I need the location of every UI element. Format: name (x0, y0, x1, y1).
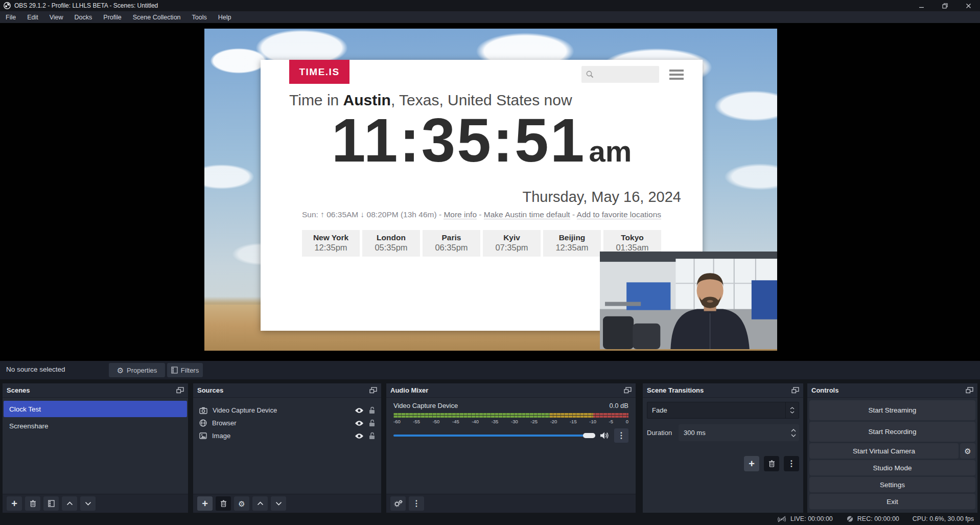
chevron-down-icon (790, 411, 795, 414)
plus-icon: + (749, 459, 755, 469)
popout-icon[interactable] (176, 387, 184, 394)
scene-transitions-panel-title: Scene Transitions (647, 386, 704, 394)
volume-slider-handle[interactable] (583, 433, 595, 438)
eye-visible-icon[interactable] (355, 433, 364, 439)
move-scene-down-button[interactable] (80, 496, 96, 511)
unlock-icon[interactable] (369, 432, 375, 440)
search-input[interactable] (597, 68, 654, 81)
more-info-link[interactable]: More info (444, 210, 477, 219)
filters-icon (171, 367, 178, 374)
camera-icon (199, 407, 207, 414)
spin-down-icon[interactable] (791, 434, 796, 437)
meter-tick-labels: -60 -55 -50 -45 -40 -35 -30 -25 -20 -15 … (393, 419, 628, 424)
mixer-channel-menu-button[interactable]: ⋮ (614, 428, 628, 443)
speaker-icon[interactable] (600, 431, 610, 440)
status-bar: LIVE: 00:00:00 REC: 00:00:00 CPU: 0.6%, … (0, 513, 980, 525)
popout-icon[interactable] (966, 387, 973, 394)
world-clock-paris[interactable]: Paris 06:35pm (423, 230, 480, 257)
timeis-search-box[interactable] (581, 66, 659, 83)
transition-select[interactable]: Fade (647, 402, 799, 419)
menu-edit[interactable]: Edit (21, 11, 44, 23)
unlock-icon[interactable] (369, 419, 375, 427)
duration-label: Duration (647, 429, 673, 437)
image-icon (199, 432, 207, 439)
menu-tools[interactable]: Tools (186, 11, 213, 23)
virtual-camera-settings-button[interactable]: ⚙ (960, 443, 975, 459)
cpu-fps-stats: CPU: 0.6%, 30.00 fps (913, 515, 974, 522)
menu-profile[interactable]: Profile (98, 11, 127, 23)
sources-panel-title: Sources (197, 386, 223, 394)
properties-button[interactable]: ⚙ Properties (109, 363, 165, 377)
menu-file[interactable]: File (0, 11, 21, 23)
no-source-selected-label: No source selected (6, 366, 65, 373)
advanced-audio-button[interactable] (390, 496, 406, 511)
make-default-link[interactable]: Make Austin time default (484, 210, 570, 219)
add-scene-button[interactable]: + (7, 496, 22, 511)
gear-icon: ⚙ (117, 367, 124, 374)
spin-up-icon[interactable] (791, 429, 796, 432)
eye-visible-icon[interactable] (355, 420, 364, 426)
mixer-menu-button[interactable]: ⋮ (409, 496, 424, 511)
remove-source-button[interactable] (216, 496, 231, 511)
gear-icon: ⚙ (964, 447, 971, 455)
move-scene-up-button[interactable] (62, 496, 77, 511)
minimize-button[interactable] (909, 0, 933, 11)
sun-times: Sun: ↑ 06:35AM ↓ 08:20PM (13h 46m) (302, 210, 437, 219)
scenes-panel: Scenes Clock Test Screenshare + (3, 383, 188, 513)
scene-item-screenshare[interactable]: Screenshare (4, 418, 187, 434)
menu-view[interactable]: View (44, 11, 69, 23)
start-virtual-camera-button[interactable]: Start Virtual Camera (809, 443, 959, 459)
volume-slider[interactable] (393, 435, 595, 437)
unlock-icon[interactable] (369, 406, 375, 414)
scene-filters-button[interactable] (43, 496, 59, 511)
webcam-overlay (600, 252, 777, 349)
plus-icon: + (202, 498, 208, 509)
start-streaming-button[interactable]: Start Streaming (809, 400, 975, 420)
source-row-video-capture[interactable]: Video Capture Device (193, 404, 381, 417)
add-favorite-link[interactable]: Add to favorite locations (577, 210, 661, 219)
add-source-button[interactable]: + (197, 496, 213, 511)
sources-panel: Sources Video Capture Device (193, 383, 381, 513)
menu-help[interactable]: Help (213, 11, 237, 23)
double-gear-icon (394, 500, 403, 507)
world-clock-kyiv[interactable]: Kyiv 07:35pm (483, 230, 541, 257)
menu-docks[interactable]: Docks (69, 11, 98, 23)
settings-button[interactable]: Settings (809, 477, 975, 492)
move-source-down-button[interactable] (271, 496, 286, 511)
preview-canvas[interactable]: TIME.IS Time in Austin, Texas, United St… (0, 23, 980, 361)
add-transition-button[interactable]: + (744, 456, 759, 471)
popout-icon[interactable] (624, 387, 632, 394)
popout-icon[interactable] (369, 387, 377, 394)
studio-mode-button[interactable]: Studio Mode (809, 460, 975, 475)
move-source-up-button[interactable] (252, 496, 268, 511)
source-row-browser[interactable]: Browser (193, 417, 381, 429)
world-clock-new-york[interactable]: New York 12:35pm (302, 230, 360, 257)
remove-scene-button[interactable] (25, 496, 40, 511)
eye-visible-icon[interactable] (355, 407, 364, 414)
exit-button[interactable]: Exit (809, 494, 975, 509)
scenes-panel-title: Scenes (7, 386, 30, 394)
popout-icon[interactable] (791, 387, 799, 394)
source-row-image[interactable]: Image (193, 429, 381, 442)
kebab-icon: ⋮ (412, 499, 421, 508)
close-button[interactable] (956, 0, 980, 11)
start-recording-button[interactable]: Start Recording (809, 422, 975, 442)
restore-button[interactable] (933, 0, 956, 11)
time-meridiem: am (589, 134, 632, 168)
remove-transition-button[interactable] (764, 456, 779, 471)
kebab-icon: ⋮ (617, 431, 625, 440)
controls-panel-title: Controls (811, 386, 838, 394)
duration-input[interactable]: 300 ms (679, 424, 799, 441)
hamburger-menu-icon[interactable] (669, 70, 684, 82)
filters-icon (48, 500, 55, 507)
program-video[interactable]: TIME.IS Time in Austin, Texas, United St… (204, 29, 777, 351)
trash-icon (768, 460, 775, 467)
menu-scene-collection[interactable]: Scene Collection (127, 11, 186, 23)
gear-icon: ⚙ (238, 500, 245, 508)
world-clock-beijing[interactable]: Beijing 12:35am (543, 230, 601, 257)
transition-properties-button[interactable]: ⋮ (784, 456, 799, 471)
world-clock-london[interactable]: London 05:35pm (362, 230, 420, 257)
source-properties-button[interactable]: ⚙ (234, 496, 249, 511)
scene-item-clock-test[interactable]: Clock Test (4, 401, 187, 417)
filters-button[interactable]: Filters (167, 363, 203, 377)
